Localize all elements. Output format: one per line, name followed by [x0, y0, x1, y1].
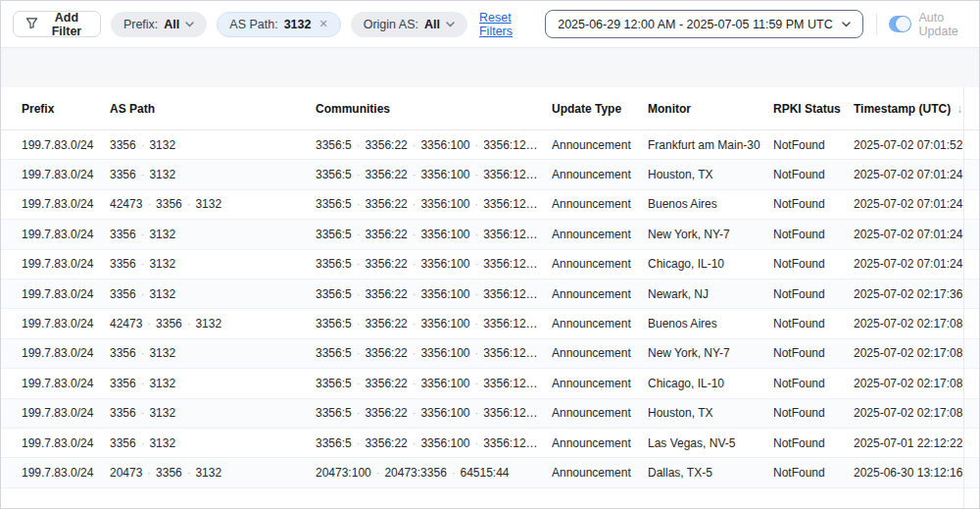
cell-communities-segment: 3356:100	[420, 168, 469, 181]
cell-as-path-segment: 20473	[110, 466, 142, 480]
dot-separator: ·	[357, 169, 361, 180]
cell-communities-segment: 3356:100	[420, 377, 469, 390]
cell-timestamp: 2025-07-02 07:01:24	[854, 197, 963, 211]
dot-separator: ·	[413, 347, 416, 359]
origin-as-filter-label: Origin AS:	[364, 18, 418, 31]
cell-prefix: 199.7.83.0/24	[22, 406, 110, 420]
add-filter-button[interactable]: Add Filter	[13, 11, 101, 37]
column-header-update-type[interactable]: Update Type	[552, 102, 648, 116]
column-label: RPKI Status	[773, 102, 841, 116]
column-label: Update Type	[552, 102, 621, 116]
cell-as-path: 42473·3356·3132	[110, 317, 316, 331]
dot-separator: ·	[475, 169, 479, 180]
date-range-picker[interactable]: 2025-06-29 12:00 AM - 2025-07-05 11:59 P…	[545, 10, 863, 38]
cell-communities-segment: 3356:100	[420, 346, 469, 360]
dot-separator: ·	[475, 318, 479, 330]
auto-update-label: Auto Update	[919, 11, 968, 38]
cell-communities-segment: 3356:22	[365, 317, 407, 331]
cell-rpki-status: NotFound	[773, 317, 854, 331]
dot-separator: ·	[357, 139, 361, 151]
dot-separator: ·	[357, 407, 361, 419]
column-header-timestamp-utc[interactable]: Timestamp (UTC)↓	[854, 102, 963, 116]
cell-prefix: 199.7.83.0/24	[22, 287, 110, 301]
cell-as-path-segment: 3132	[195, 317, 221, 331]
dot-separator: ·	[147, 198, 151, 210]
cell-as-path: 42473·3356·3132	[110, 197, 316, 211]
cell-communities-segment: 3356:5	[316, 228, 352, 241]
prefix-filter-chip[interactable]: Prefix: All	[111, 12, 207, 37]
dot-separator: ·	[475, 229, 479, 240]
dot-separator: ·	[452, 467, 456, 479]
cell-timestamp: 2025-07-02 07:01:24	[854, 228, 963, 241]
dot-separator: ·	[413, 229, 416, 240]
cell-communities-segment: 3356:22	[365, 197, 407, 211]
cell-update-type: Announcement	[552, 287, 648, 301]
cell-as-path-segment: 3132	[149, 406, 175, 420]
dot-separator: ·	[357, 288, 361, 300]
sort-desc-icon: ↓	[956, 102, 962, 116]
table-row: 199.7.83.0/2442473·3356·31323356:5·3356:…	[1, 309, 979, 338]
column-header-as-path[interactable]: AS Path	[110, 102, 316, 116]
column-header-prefix[interactable]: Prefix	[22, 102, 110, 116]
auto-update-toggle[interactable]	[889, 16, 910, 32]
table-row: 199.7.83.0/243356·31323356:5·3356:22·335…	[1, 369, 979, 398]
cell-timestamp: 2025-07-02 02:17:08	[854, 346, 963, 360]
table-row: 199.7.83.0/243356·31323356:5·3356:22·335…	[1, 429, 979, 458]
table-row: 199.7.83.0/243356·31323356:5·3356:22·335…	[1, 250, 979, 280]
cell-rpki-status: NotFound	[773, 436, 854, 450]
cell-communities-segment: 20473:100	[316, 466, 371, 480]
dot-separator: ·	[413, 258, 416, 270]
cell-communities-segment: 3356:100	[420, 317, 469, 331]
dot-separator: ·	[475, 288, 479, 300]
cell-as-path-segment: 3356	[110, 346, 136, 360]
cell-communities: 3356:5·3356:22·3356:100·3356:12…	[316, 406, 552, 420]
dot-separator: ·	[413, 407, 416, 419]
cell-communities-segment: 3356:12…	[483, 138, 537, 152]
cell-communities-segment: 3356:12…	[483, 346, 537, 360]
origin-as-filter-chip[interactable]: Origin AS: All	[351, 12, 467, 37]
dot-separator: ·	[187, 467, 191, 479]
cell-update-type: Announcement	[552, 138, 648, 152]
cell-update-type: Announcement	[552, 168, 648, 181]
auto-update-toggle-group: Auto Update	[889, 11, 967, 38]
cell-prefix: 199.7.83.0/24	[22, 346, 110, 360]
cell-communities-segment: 3356:5	[316, 138, 352, 152]
cell-timestamp: 2025-07-02 07:01:24	[854, 168, 963, 181]
cell-communities-segment: 3356:12…	[483, 406, 537, 420]
cell-monitor: Houston, TX	[648, 168, 773, 181]
dot-separator: ·	[357, 258, 361, 270]
cell-prefix: 199.7.83.0/24	[22, 138, 110, 152]
cell-communities-segment: 3356:22	[365, 228, 407, 241]
cell-communities-segment: 3356:5	[316, 257, 352, 271]
dot-separator: ·	[141, 288, 145, 300]
remove-filter-icon[interactable]: ✕	[318, 18, 327, 30]
cell-monitor: Las Vegas, NV-5	[648, 436, 773, 450]
cell-monitor: New York, NY-7	[648, 346, 773, 360]
scrollbar-track-divider[interactable]	[963, 87, 964, 509]
cell-rpki-status: NotFound	[773, 138, 854, 152]
add-filter-label: Add Filter	[45, 11, 88, 38]
cell-monitor: Buenos Aires	[648, 197, 773, 211]
cell-communities: 3356:5·3356:22·3356:100·3356:12…	[316, 317, 552, 331]
cell-communities-segment: 3356:100	[420, 197, 469, 211]
column-label: Timestamp (UTC)	[854, 102, 951, 116]
dot-separator: ·	[141, 347, 145, 359]
cell-communities: 3356:5·3356:22·3356:100·3356:12…	[316, 228, 552, 241]
cell-as-path-segment: 3132	[149, 228, 175, 241]
origin-as-filter-value: All	[424, 18, 440, 31]
table-row: 199.7.83.0/2442473·3356·31323356:5·3356:…	[1, 190, 979, 220]
dot-separator: ·	[413, 198, 416, 210]
column-header-communities[interactable]: Communities	[316, 102, 552, 116]
column-header-monitor[interactable]: Monitor	[648, 102, 773, 116]
reset-filters-link[interactable]: Reset Filters	[479, 11, 535, 38]
cell-monitor: Chicago, IL-10	[648, 257, 773, 271]
column-header-rpki-status[interactable]: RPKI Status	[773, 102, 854, 116]
cell-communities-segment: 3356:100	[420, 257, 469, 271]
cell-as-path-segment: 3132	[149, 168, 175, 181]
cell-communities-segment: 3356:5	[316, 406, 352, 420]
cell-communities-segment: 3356:100	[420, 436, 469, 450]
as-path-filter-chip[interactable]: AS Path: 3132 ✕	[217, 12, 340, 37]
as-path-filter-label: AS Path:	[229, 18, 277, 31]
cell-timestamp: 2025-06-30 13:12:16	[854, 466, 963, 480]
cell-as-path: 3356·3132	[110, 406, 316, 420]
